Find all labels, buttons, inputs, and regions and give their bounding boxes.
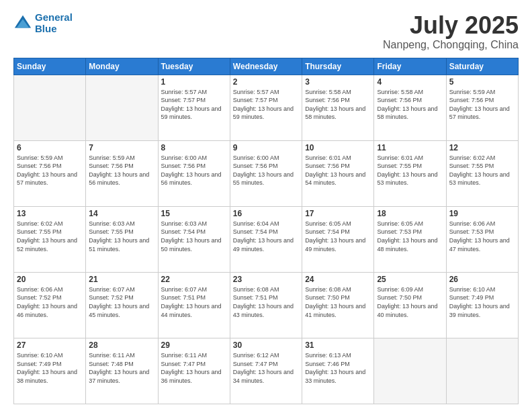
day-number: 26 — [449, 275, 515, 284]
day-number: 2 — [233, 77, 299, 87]
day-number: 18 — [377, 209, 443, 218]
location-title: Nanpeng, Chongqing, China — [383, 39, 519, 51]
day-number: 30 — [233, 340, 299, 350]
day-number: 3 — [305, 77, 371, 87]
calendar-cell: 21Sunrise: 6:07 AMSunset: 7:52 PMDayligh… — [86, 272, 158, 338]
day-detail: Sunrise: 6:02 AMSunset: 7:55 PMDaylight:… — [17, 220, 83, 253]
logo-blue: Blue — [35, 23, 57, 34]
calendar-cell — [86, 75, 158, 140]
day-detail: Sunrise: 6:03 AMSunset: 7:55 PMDaylight:… — [89, 220, 154, 253]
calendar-cell: 18Sunrise: 6:05 AMSunset: 7:53 PMDayligh… — [374, 206, 446, 272]
day-detail: Sunrise: 6:07 AMSunset: 7:51 PMDaylight:… — [161, 285, 227, 319]
weekday-header: Saturday — [446, 58, 518, 75]
calendar-cell: 2Sunrise: 5:57 AMSunset: 7:57 PMDaylight… — [230, 75, 302, 140]
month-title: July 2025 — [383, 12, 519, 39]
calendar-cell: 31Sunrise: 6:13 AMSunset: 7:46 PMDayligh… — [302, 338, 374, 404]
calendar-cell: 7Sunrise: 5:59 AMSunset: 7:56 PMDaylight… — [86, 140, 158, 206]
day-detail: Sunrise: 5:58 AMSunset: 7:56 PMDaylight:… — [305, 88, 371, 122]
day-detail: Sunrise: 6:05 AMSunset: 7:54 PMDaylight:… — [305, 220, 371, 253]
weekday-header: Sunday — [14, 58, 86, 75]
weekday-header: Thursday — [302, 58, 374, 75]
calendar-cell — [14, 75, 86, 140]
day-number: 15 — [161, 209, 227, 218]
calendar-cell: 14Sunrise: 6:03 AMSunset: 7:55 PMDayligh… — [86, 206, 158, 272]
day-number: 21 — [89, 275, 154, 284]
day-number: 27 — [17, 340, 83, 350]
calendar-week-row: 13Sunrise: 6:02 AMSunset: 7:55 PMDayligh… — [14, 206, 519, 272]
day-detail: Sunrise: 6:00 AMSunset: 7:56 PMDaylight:… — [233, 154, 299, 187]
day-detail: Sunrise: 6:11 AMSunset: 7:48 PMDaylight:… — [89, 351, 154, 385]
calendar-cell: 17Sunrise: 6:05 AMSunset: 7:54 PMDayligh… — [302, 206, 374, 272]
weekday-header: Tuesday — [158, 58, 230, 75]
day-number: 4 — [377, 77, 443, 87]
header: General Blue July 2025 Nanpeng, Chongqin… — [13, 12, 519, 51]
weekday-header: Wednesday — [230, 58, 302, 75]
calendar-cell: 24Sunrise: 6:08 AMSunset: 7:50 PMDayligh… — [302, 272, 374, 338]
day-detail: Sunrise: 6:05 AMSunset: 7:53 PMDaylight:… — [377, 220, 443, 253]
calendar-cell: 11Sunrise: 6:01 AMSunset: 7:55 PMDayligh… — [374, 140, 446, 206]
calendar-cell: 4Sunrise: 5:58 AMSunset: 7:56 PMDaylight… — [374, 75, 446, 140]
day-detail: Sunrise: 6:08 AMSunset: 7:51 PMDaylight:… — [233, 285, 299, 319]
day-detail: Sunrise: 6:12 AMSunset: 7:47 PMDaylight:… — [233, 351, 299, 385]
day-number: 11 — [377, 143, 443, 152]
day-detail: Sunrise: 6:10 AMSunset: 7:49 PMDaylight:… — [17, 351, 83, 385]
day-detail: Sunrise: 5:57 AMSunset: 7:57 PMDaylight:… — [233, 88, 299, 122]
day-number: 14 — [89, 209, 154, 218]
calendar-cell: 1Sunrise: 5:57 AMSunset: 7:57 PMDaylight… — [158, 75, 230, 140]
day-detail: Sunrise: 6:07 AMSunset: 7:52 PMDaylight:… — [89, 285, 154, 319]
calendar-cell: 30Sunrise: 6:12 AMSunset: 7:47 PMDayligh… — [230, 338, 302, 404]
calendar-week-row: 1Sunrise: 5:57 AMSunset: 7:57 PMDaylight… — [14, 75, 519, 140]
day-number: 22 — [161, 275, 227, 284]
page: General Blue July 2025 Nanpeng, Chongqin… — [0, 0, 532, 411]
day-detail: Sunrise: 6:04 AMSunset: 7:54 PMDaylight:… — [233, 220, 299, 253]
logo-text: General Blue — [35, 12, 73, 34]
day-number: 7 — [89, 143, 154, 152]
day-number: 6 — [17, 143, 83, 152]
calendar-cell: 27Sunrise: 6:10 AMSunset: 7:49 PMDayligh… — [14, 338, 86, 404]
calendar-header-row: SundayMondayTuesdayWednesdayThursdayFrid… — [14, 58, 519, 75]
logo-icon — [13, 14, 32, 33]
day-detail: Sunrise: 6:06 AMSunset: 7:52 PMDaylight:… — [17, 285, 83, 319]
day-detail: Sunrise: 6:01 AMSunset: 7:56 PMDaylight:… — [305, 154, 371, 187]
day-detail: Sunrise: 5:59 AMSunset: 7:56 PMDaylight:… — [449, 88, 515, 122]
day-detail: Sunrise: 6:08 AMSunset: 7:50 PMDaylight:… — [305, 285, 371, 319]
day-detail: Sunrise: 6:06 AMSunset: 7:53 PMDaylight:… — [449, 220, 515, 253]
day-detail: Sunrise: 6:01 AMSunset: 7:55 PMDaylight:… — [377, 154, 443, 187]
calendar-cell — [374, 338, 446, 404]
calendar-cell: 13Sunrise: 6:02 AMSunset: 7:55 PMDayligh… — [14, 206, 86, 272]
calendar-table: SundayMondayTuesdayWednesdayThursdayFrid… — [13, 58, 519, 404]
calendar-cell: 16Sunrise: 6:04 AMSunset: 7:54 PMDayligh… — [230, 206, 302, 272]
day-number: 20 — [17, 275, 83, 284]
calendar-cell: 12Sunrise: 6:02 AMSunset: 7:55 PMDayligh… — [446, 140, 518, 206]
title-block: July 2025 Nanpeng, Chongqing, China — [383, 12, 519, 51]
day-number: 19 — [449, 209, 515, 218]
day-detail: Sunrise: 5:59 AMSunset: 7:56 PMDaylight:… — [89, 154, 154, 187]
calendar-cell: 29Sunrise: 6:11 AMSunset: 7:47 PMDayligh… — [158, 338, 230, 404]
day-number: 5 — [449, 77, 515, 87]
logo-general: General — [35, 11, 73, 23]
weekday-header: Friday — [374, 58, 446, 75]
calendar-week-row: 27Sunrise: 6:10 AMSunset: 7:49 PMDayligh… — [14, 338, 519, 404]
day-detail: Sunrise: 5:58 AMSunset: 7:56 PMDaylight:… — [377, 88, 443, 122]
day-detail: Sunrise: 6:10 AMSunset: 7:49 PMDaylight:… — [449, 285, 515, 319]
day-number: 31 — [305, 340, 371, 350]
calendar-cell: 8Sunrise: 6:00 AMSunset: 7:56 PMDaylight… — [158, 140, 230, 206]
calendar-cell: 5Sunrise: 5:59 AMSunset: 7:56 PMDaylight… — [446, 75, 518, 140]
calendar-cell: 9Sunrise: 6:00 AMSunset: 7:56 PMDaylight… — [230, 140, 302, 206]
calendar-cell: 25Sunrise: 6:09 AMSunset: 7:50 PMDayligh… — [374, 272, 446, 338]
day-number: 24 — [305, 275, 371, 284]
calendar-cell — [446, 338, 518, 404]
day-number: 23 — [233, 275, 299, 284]
day-number: 10 — [305, 143, 371, 152]
calendar-cell: 19Sunrise: 6:06 AMSunset: 7:53 PMDayligh… — [446, 206, 518, 272]
day-detail: Sunrise: 5:57 AMSunset: 7:57 PMDaylight:… — [161, 88, 227, 122]
day-number: 17 — [305, 209, 371, 218]
calendar-cell: 10Sunrise: 6:01 AMSunset: 7:56 PMDayligh… — [302, 140, 374, 206]
day-detail: Sunrise: 6:09 AMSunset: 7:50 PMDaylight:… — [377, 285, 443, 319]
calendar-week-row: 6Sunrise: 5:59 AMSunset: 7:56 PMDaylight… — [14, 140, 519, 206]
calendar-week-row: 20Sunrise: 6:06 AMSunset: 7:52 PMDayligh… — [14, 272, 519, 338]
day-number: 8 — [161, 143, 227, 152]
calendar-cell: 15Sunrise: 6:03 AMSunset: 7:54 PMDayligh… — [158, 206, 230, 272]
calendar-cell: 28Sunrise: 6:11 AMSunset: 7:48 PMDayligh… — [86, 338, 158, 404]
calendar-cell: 6Sunrise: 5:59 AMSunset: 7:56 PMDaylight… — [14, 140, 86, 206]
